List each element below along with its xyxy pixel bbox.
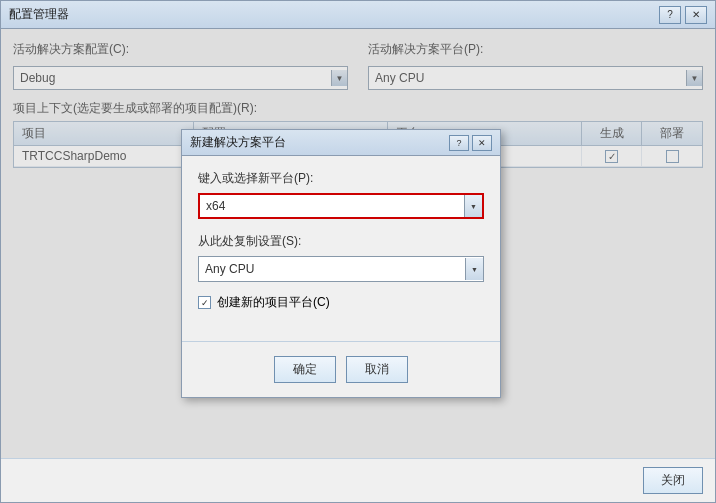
copy-from-value: Any CPU: [205, 262, 461, 276]
create-project-platform-label: 创建新的项目平台(C): [217, 294, 330, 311]
create-project-platform-row: 创建新的项目平台(C): [198, 294, 484, 311]
copy-from-dropdown[interactable]: Any CPU ▼: [198, 256, 484, 282]
help-button[interactable]: ?: [659, 6, 681, 24]
confirm-button[interactable]: 确定: [274, 356, 336, 383]
cancel-button[interactable]: 取消: [346, 356, 408, 383]
dialog-close-button[interactable]: ✕: [472, 135, 492, 151]
dialog-body: 键入或选择新平台(P): x64 ▼ 从此处复制设置(S): Any CPU ▼…: [182, 156, 500, 341]
dialog-title-bar: 新建解决方案平台 ? ✕: [182, 130, 500, 156]
dialog-title-buttons: ? ✕: [449, 135, 492, 151]
close-main-button[interactable]: 关闭: [643, 467, 703, 494]
dialog-title: 新建解决方案平台: [190, 134, 286, 151]
main-content: 活动解决方案配置(C): Debug ▼ 活动解决方案平台(P): Any CP…: [1, 29, 715, 458]
copy-from-arrow-icon: ▼: [465, 258, 483, 280]
dialog-footer: 确定 取消: [182, 356, 500, 397]
dialog-separator: [182, 341, 500, 342]
platform-value: x64: [206, 199, 460, 213]
copy-from-label: 从此处复制设置(S):: [198, 233, 484, 250]
title-bar-buttons: ? ✕: [659, 6, 707, 24]
bottom-bar: 关闭: [1, 458, 715, 502]
create-project-platform-checkbox[interactable]: [198, 296, 211, 309]
platform-dropdown[interactable]: x64 ▼: [198, 193, 484, 219]
platform-input-label: 键入或选择新平台(P):: [198, 170, 484, 187]
main-window: 配置管理器 ? ✕ 活动解决方案配置(C): Debug ▼ 活动解决方案平台(…: [0, 0, 716, 503]
dialog-help-button[interactable]: ?: [449, 135, 469, 151]
title-bar: 配置管理器 ? ✕: [1, 1, 715, 29]
close-button[interactable]: ✕: [685, 6, 707, 24]
window-title: 配置管理器: [9, 6, 69, 23]
new-platform-dialog: 新建解决方案平台 ? ✕ 键入或选择新平台(P): x64 ▼ 从此处复制设置(…: [181, 129, 501, 398]
platform-dropdown-arrow-icon: ▼: [464, 195, 482, 217]
